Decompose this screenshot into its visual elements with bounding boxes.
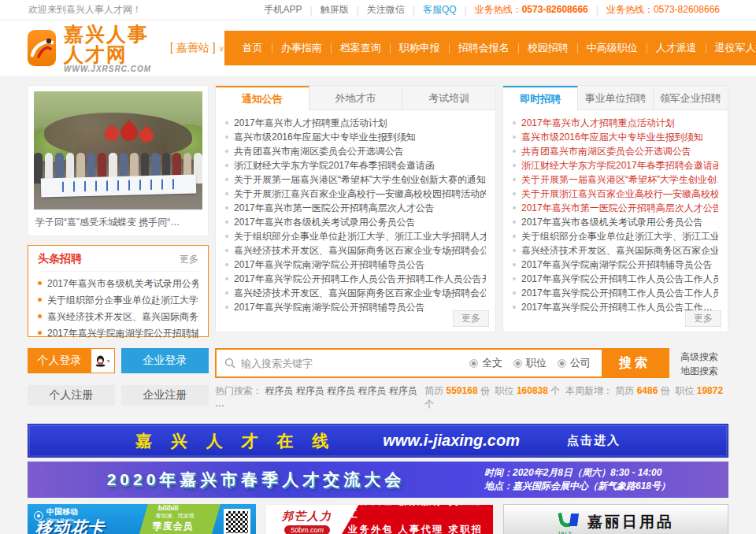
tab-notice[interactable]: 通知公告	[216, 86, 309, 110]
scope-radio-fulltext[interactable]: 全文	[469, 356, 502, 370]
personal-register-button[interactable]: 个人注册	[28, 385, 115, 406]
site-name: 嘉兴人事人才网	[64, 24, 159, 65]
list-item[interactable]: 2017年嘉兴市各级机关考试录用公务员公告	[225, 215, 486, 229]
list-item[interactable]: 共青团嘉兴市南湖区委员会公开选调公告	[513, 144, 718, 158]
advanced-search-link[interactable]: 高级搜索	[680, 350, 718, 364]
nav-item-home[interactable]: 首页	[234, 41, 272, 55]
recruit-more-button[interactable]: 更多	[685, 310, 721, 327]
notice-panel: 通知公告 外地才市 考试培训 2017年嘉兴市人才招聘重点活动计划 嘉兴市级20…	[215, 85, 496, 332]
list-item[interactable]: 关于开展浙江嘉兴百家企业高校行—安徽高校校园…	[513, 187, 718, 201]
touch-version-link[interactable]: 触屏版	[313, 3, 357, 17]
banner-info: 时间：2020年2月8日（周六）8:30 - 14:00 地点：嘉兴国际会展中心…	[484, 466, 728, 493]
tab-leading-enterprise[interactable]: 领军企业招聘	[654, 86, 728, 109]
list-item[interactable]: 嘉兴市级2016年应届大中专毕业生报到须知	[513, 130, 718, 144]
list-item[interactable]: 2017年嘉兴学院公开招聘工作人员公告开招聘工作人员公告开…	[225, 272, 486, 286]
search-input[interactable]	[241, 358, 450, 369]
list-item[interactable]: 浙江财经大学东方学院2017年春季招聘会邀请函	[513, 158, 718, 172]
spring-jobfair-banner[interactable]: 2020年嘉兴市春季人才交流大会 时间：2020年2月8日（周六）8:30 - …	[28, 462, 728, 498]
personal-login-button[interactable]: 个人登录	[28, 348, 91, 373]
brand-url: 50bm.com	[284, 525, 330, 534]
headline-more-link[interactable]: 更多	[180, 253, 198, 266]
list-item[interactable]: 2017年嘉兴学院南湖学院公开招聘辅导员公告	[225, 258, 486, 272]
list-item[interactable]: 2017年嘉兴市各级机关考试录用公务…	[38, 276, 198, 292]
nav-item-jobfair[interactable]: 招聘会报名	[450, 41, 518, 55]
map-search-link[interactable]: 地图搜索	[680, 364, 718, 378]
list-item[interactable]: 关于组织部分企事业单位赴浙江大学、浙江工业大学招聘人才的…	[225, 229, 486, 243]
banner-cta: 点击进入	[567, 433, 621, 448]
tab-public-institution[interactable]: 事业单位招聘	[578, 86, 653, 109]
left-column: 学子回“嘉”感受禾城蝶变 携手同“… 头条招聘 更多 2017年嘉兴市各级机关考…	[28, 85, 209, 337]
nav-item-dispatch[interactable]: 人才派遣	[647, 41, 706, 55]
scope-radio-company[interactable]: 公司	[558, 356, 591, 370]
main-content: 学子回“嘉”感受禾城蝶变 携手同“… 头条招聘 更多 2017年嘉兴市各级机关考…	[28, 85, 728, 337]
list-item[interactable]: 嘉兴经济技术开发区、嘉兴国际商务区百家企业专…	[513, 243, 718, 258]
photo-decoration	[105, 127, 152, 147]
list-item[interactable]: 2017年嘉兴市各级机关考试录用公务员公告	[513, 215, 718, 229]
list-item[interactable]: 嘉兴市级2016年应届大中专毕业生报到须知	[225, 130, 486, 144]
scope-radio-position[interactable]: 职位	[513, 356, 547, 370]
notice-more-button[interactable]: 更多	[453, 310, 489, 327]
qq-login-dropdown[interactable]: ▾	[91, 348, 115, 373]
headline-jobs-box: 头条招聘 更多 2017年嘉兴市各级机关考试录用公务… 关于组织部分企事业单位赴…	[28, 245, 209, 337]
jaly-daily-goods-ad[interactable]: JALY 嘉丽日用品	[503, 504, 728, 534]
list-item[interactable]: 2017年嘉兴市人才招聘重点活动计划	[513, 116, 718, 130]
nav-item-guide[interactable]: 办事指南	[272, 41, 331, 55]
wechat-link[interactable]: 关注微信	[359, 3, 413, 17]
list-item[interactable]: 2017年嘉兴学院南湖学院公开招聘辅…	[38, 325, 198, 342]
bilibili-promo-band: bilibili 看动漫、玩游戏 季度会员	[135, 504, 221, 534]
recruit-tabs: 即时招聘 事业单位招聘 领军企业招聘	[503, 86, 728, 110]
list-item[interactable]: 浙江财经大学东方学院2017年春季招聘会邀请函	[225, 158, 486, 172]
list-item[interactable]: 2017年嘉兴市第一医院公开招聘高层次人才公告	[225, 201, 486, 215]
news-photo-card: 学子回“嘉”感受禾城蝶变 携手同“…	[28, 85, 209, 236]
login-box: 个人登录 ▾ 企业登录 个人注册 企业注册	[28, 348, 209, 411]
nav-item-campus[interactable]: 校园招聘	[519, 41, 577, 55]
company-register-button[interactable]: 企业注册	[121, 385, 209, 406]
list-item[interactable]: 2017年嘉兴学院公开招聘工作人员公告工作人员…	[513, 286, 718, 300]
nav-item-archive[interactable]: 档案查询	[332, 41, 390, 55]
news-photo[interactable]	[34, 91, 202, 210]
list-item[interactable]: 关于组织部分企事业单位赴浙江大学、浙江工业大…	[513, 229, 718, 243]
welcome-text: 欢迎来到嘉兴人事人才网！	[28, 3, 142, 17]
list-item[interactable]: 嘉兴经济技术开发区、嘉兴国际商务…	[38, 309, 198, 325]
radio-icon	[513, 359, 522, 368]
search-box: 全文 职位 公司 搜索 高级搜索 地图搜索 热门搜索： 程序员 程序员 程序员 …	[215, 348, 728, 411]
list-item[interactable]: 2017年嘉兴市人才招聘重点活动计划	[225, 116, 486, 130]
site-logo[interactable]: 嘉兴人事人才网 WWW.JXRSRC.COM	[28, 24, 159, 73]
service-qq-link[interactable]: 客服QQ	[415, 3, 465, 17]
notice-tabs: 通知公告 外地才市 考试培训	[216, 86, 495, 110]
photo-caption-link[interactable]: 学子回“嘉”感受禾城蝶变 携手同“…	[34, 210, 202, 235]
list-item[interactable]: 2017年嘉兴学院南湖学院公开招聘辅导员公告	[513, 258, 718, 272]
mobile-app-link[interactable]: 手机APP	[257, 3, 310, 17]
ad-title: 移动花卡	[35, 517, 105, 534]
jiaxing-talent-online-banner[interactable]: 嘉 兴 人 才 在 线 www.i-jiaxing.com 点击进入	[28, 424, 728, 458]
list-item[interactable]: 共青团嘉兴市南湖区委员会公开选调公告	[225, 144, 486, 158]
banmang-hr-ad[interactable]: 邦芒人力 50bm.com 社保代理 薪酬服务 灵活用工 业务外包 人事代理 求…	[265, 504, 494, 534]
nav-item-senior-jobs[interactable]: 中高级职位	[578, 41, 647, 55]
china-mobile-ad[interactable]: 中国移动China Mobile 移动花卡 bilibili 看动漫、玩游戏 季…	[28, 504, 256, 534]
nav-item-veterans[interactable]: 退役军人招聘	[706, 41, 756, 55]
search-button[interactable]: 搜索	[602, 350, 668, 376]
list-item[interactable]: 2017年嘉兴市第一医院公开招聘高层次人才公告	[513, 201, 718, 215]
search-icon	[224, 358, 235, 369]
station-selector[interactable]: [ 嘉善站 ] ∨	[170, 41, 224, 55]
site-url: WWW.JXRSRC.COM	[64, 65, 159, 73]
tab-instant-recruit[interactable]: 即时招聘	[503, 86, 578, 110]
recruit-panel: 即时招聘 事业单位招聘 领军企业招聘 2017年嘉兴市人才招聘重点活动计划 嘉兴…	[502, 85, 728, 332]
list-item[interactable]: 2017年嘉兴学院公开招聘工作人员公告工作人员…	[513, 272, 718, 286]
topbar: 欢迎来到嘉兴人事人才网！ 手机APP | 触屏版 | 关注微信 | 客服QQ |…	[0, 0, 756, 20]
ads-row: 中国移动China Mobile 移动花卡 bilibili 看动漫、玩游戏 季…	[28, 504, 728, 534]
list-item[interactable]: 关于开展第一届嘉兴港区“希望杯”大学生创业创新大赛的通知	[225, 172, 486, 187]
nav-item-title-declare[interactable]: 职称申报	[391, 41, 449, 55]
list-item[interactable]: 关于组织部分企事业单位赴浙江大学…	[38, 292, 198, 309]
site-stats: 简历 559168 份 职位 160838 个 本周新增： 简历 6486 份 …	[424, 384, 728, 411]
radio-icon	[558, 359, 566, 368]
notice-list: 2017年嘉兴市人才招聘重点活动计划 嘉兴市级2016年应届大中专毕业生报到须知…	[216, 110, 495, 314]
list-item[interactable]: 关于开展第一届嘉兴港区“希望杯”大学生创业创…	[513, 172, 718, 187]
list-item[interactable]: 嘉兴经济技术开发区、嘉兴国际商务区百家企业专场招聘会公告	[225, 243, 486, 258]
list-item[interactable]: 2017年嘉兴学院南湖学院公开招聘辅导员公告	[225, 300, 486, 314]
list-item[interactable]: 关于开展浙江嘉兴百家企业高校行—安徽高校校园招聘活动的通…	[225, 187, 486, 201]
list-item[interactable]: 嘉兴经济技术开发区、嘉兴国际商务区百家企业专场招聘会公告	[225, 286, 486, 300]
tab-exam-training[interactable]: 考试培训	[402, 86, 495, 109]
tab-outside-market[interactable]: 外地才市	[309, 86, 403, 109]
company-login-button[interactable]: 企业登录	[121, 348, 209, 373]
